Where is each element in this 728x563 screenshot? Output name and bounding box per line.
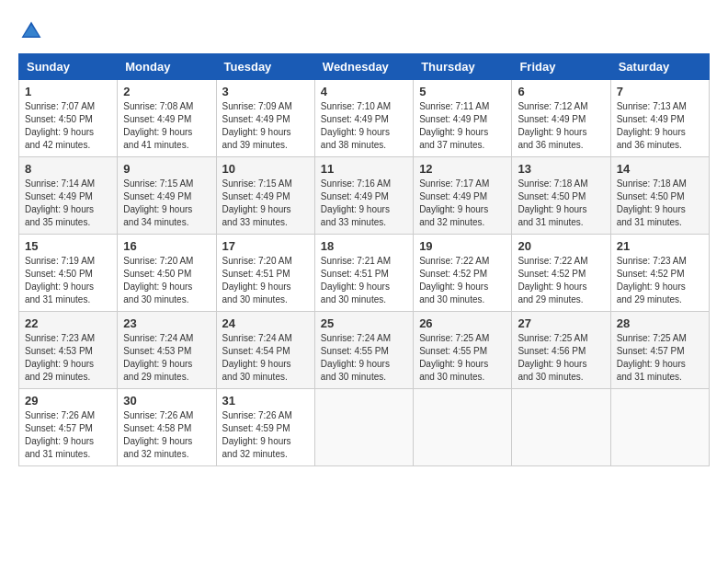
- day-info: Sunrise: 7:22 AM Sunset: 4:52 PM Dayligh…: [518, 255, 604, 306]
- day-info: Sunrise: 7:20 AM Sunset: 4:50 PM Dayligh…: [123, 255, 210, 306]
- calendar-day-cell: 2 Sunrise: 7:08 AM Sunset: 4:49 PM Dayli…: [118, 80, 216, 157]
- calendar-day-cell: [314, 389, 413, 466]
- day-number: 10: [222, 162, 309, 176]
- calendar-day-cell: [414, 389, 512, 466]
- day-number: 11: [321, 162, 407, 176]
- calendar-week-row: 22 Sunrise: 7:23 AM Sunset: 4:53 PM Dayl…: [19, 312, 710, 389]
- day-number: 27: [518, 316, 604, 330]
- calendar-day-cell: 1 Sunrise: 7:07 AM Sunset: 4:50 PM Dayli…: [19, 80, 118, 157]
- day-number: 4: [321, 85, 407, 98]
- day-info: Sunrise: 7:15 AM Sunset: 4:49 PM Dayligh…: [222, 178, 309, 229]
- day-info: Sunrise: 7:20 AM Sunset: 4:51 PM Dayligh…: [222, 255, 309, 306]
- logo: [18, 18, 48, 44]
- day-info: Sunrise: 7:24 AM Sunset: 4:53 PM Dayligh…: [123, 332, 210, 384]
- calendar-day-cell: 10 Sunrise: 7:15 AM Sunset: 4:49 PM Dayl…: [216, 157, 314, 235]
- day-info: Sunrise: 7:23 AM Sunset: 4:53 PM Dayligh…: [25, 332, 111, 384]
- day-number: 5: [419, 85, 506, 98]
- calendar-day-cell: 15 Sunrise: 7:19 AM Sunset: 4:50 PM Dayl…: [19, 235, 118, 312]
- day-info: Sunrise: 7:25 AM Sunset: 4:57 PM Dayligh…: [617, 332, 703, 384]
- weekday-header: Sunday: [19, 54, 118, 80]
- calendar-week-row: 1 Sunrise: 7:07 AM Sunset: 4:50 PM Dayli…: [19, 80, 710, 157]
- day-number: 29: [25, 394, 111, 408]
- day-number: 28: [617, 316, 703, 330]
- day-info: Sunrise: 7:24 AM Sunset: 4:54 PM Dayligh…: [222, 332, 309, 384]
- calendar-day-cell: 13 Sunrise: 7:18 AM Sunset: 4:50 PM Dayl…: [512, 157, 610, 235]
- day-info: Sunrise: 7:23 AM Sunset: 4:52 PM Dayligh…: [617, 255, 703, 306]
- day-number: 26: [419, 316, 506, 330]
- day-number: 13: [518, 162, 604, 176]
- calendar-day-cell: 19 Sunrise: 7:22 AM Sunset: 4:52 PM Dayl…: [414, 235, 512, 312]
- calendar-week-row: 8 Sunrise: 7:14 AM Sunset: 4:49 PM Dayli…: [19, 157, 710, 235]
- calendar-day-cell: 20 Sunrise: 7:22 AM Sunset: 4:52 PM Dayl…: [512, 235, 610, 312]
- calendar-day-cell: 4 Sunrise: 7:10 AM Sunset: 4:49 PM Dayli…: [314, 80, 413, 157]
- day-number: 2: [123, 85, 210, 98]
- calendar-day-cell: 7 Sunrise: 7:13 AM Sunset: 4:49 PM Dayli…: [610, 80, 709, 157]
- day-info: Sunrise: 7:13 AM Sunset: 4:49 PM Dayligh…: [617, 100, 703, 152]
- calendar-day-cell: [610, 389, 709, 466]
- day-info: Sunrise: 7:26 AM Sunset: 4:58 PM Dayligh…: [123, 409, 210, 461]
- day-number: 6: [518, 85, 604, 98]
- day-number: 25: [321, 316, 407, 330]
- weekday-header: Thursday: [414, 54, 512, 80]
- calendar-header-row: SundayMondayTuesdayWednesdayThursdayFrid…: [19, 54, 710, 80]
- day-number: 14: [617, 162, 703, 176]
- calendar-day-cell: 6 Sunrise: 7:12 AM Sunset: 4:49 PM Dayli…: [512, 80, 610, 157]
- day-number: 22: [25, 316, 111, 330]
- day-info: Sunrise: 7:12 AM Sunset: 4:49 PM Dayligh…: [518, 100, 604, 152]
- calendar-day-cell: 31 Sunrise: 7:26 AM Sunset: 4:59 PM Dayl…: [216, 389, 314, 466]
- day-number: 19: [419, 239, 506, 253]
- day-info: Sunrise: 7:07 AM Sunset: 4:50 PM Dayligh…: [25, 100, 111, 152]
- day-info: Sunrise: 7:25 AM Sunset: 4:55 PM Dayligh…: [419, 332, 506, 384]
- day-info: Sunrise: 7:15 AM Sunset: 4:49 PM Dayligh…: [123, 178, 210, 229]
- day-info: Sunrise: 7:18 AM Sunset: 4:50 PM Dayligh…: [518, 178, 604, 229]
- calendar-day-cell: 17 Sunrise: 7:20 AM Sunset: 4:51 PM Dayl…: [216, 235, 314, 312]
- day-number: 23: [123, 316, 210, 330]
- day-number: 30: [123, 394, 210, 408]
- weekday-header: Saturday: [610, 54, 709, 80]
- day-info: Sunrise: 7:17 AM Sunset: 4:49 PM Dayligh…: [419, 178, 506, 229]
- day-number: 18: [321, 239, 407, 253]
- logo-icon: [18, 18, 44, 44]
- calendar-day-cell: 26 Sunrise: 7:25 AM Sunset: 4:55 PM Dayl…: [414, 312, 512, 389]
- weekday-header: Monday: [118, 54, 216, 80]
- day-info: Sunrise: 7:16 AM Sunset: 4:49 PM Dayligh…: [321, 178, 407, 229]
- day-info: Sunrise: 7:21 AM Sunset: 4:51 PM Dayligh…: [321, 255, 407, 306]
- calendar-day-cell: 22 Sunrise: 7:23 AM Sunset: 4:53 PM Dayl…: [19, 312, 118, 389]
- day-info: Sunrise: 7:11 AM Sunset: 4:49 PM Dayligh…: [419, 100, 506, 152]
- weekday-header: Friday: [512, 54, 610, 80]
- day-number: 9: [123, 162, 210, 176]
- day-number: 24: [222, 316, 309, 330]
- calendar-day-cell: 5 Sunrise: 7:11 AM Sunset: 4:49 PM Dayli…: [414, 80, 512, 157]
- day-number: 7: [617, 85, 703, 98]
- calendar-day-cell: 8 Sunrise: 7:14 AM Sunset: 4:49 PM Dayli…: [19, 157, 118, 235]
- calendar-day-cell: 29 Sunrise: 7:26 AM Sunset: 4:57 PM Dayl…: [19, 389, 118, 466]
- day-info: Sunrise: 7:24 AM Sunset: 4:55 PM Dayligh…: [321, 332, 407, 384]
- day-number: 8: [25, 162, 111, 176]
- calendar-day-cell: 3 Sunrise: 7:09 AM Sunset: 4:49 PM Dayli…: [216, 80, 314, 157]
- day-info: Sunrise: 7:09 AM Sunset: 4:49 PM Dayligh…: [222, 100, 309, 152]
- calendar-day-cell: 24 Sunrise: 7:24 AM Sunset: 4:54 PM Dayl…: [216, 312, 314, 389]
- day-number: 17: [222, 239, 309, 253]
- calendar-day-cell: 9 Sunrise: 7:15 AM Sunset: 4:49 PM Dayli…: [118, 157, 216, 235]
- page-header: [18, 18, 710, 44]
- calendar-day-cell: 21 Sunrise: 7:23 AM Sunset: 4:52 PM Dayl…: [610, 235, 709, 312]
- calendar-day-cell: 16 Sunrise: 7:20 AM Sunset: 4:50 PM Dayl…: [118, 235, 216, 312]
- calendar-day-cell: [512, 389, 610, 466]
- calendar-day-cell: 28 Sunrise: 7:25 AM Sunset: 4:57 PM Dayl…: [610, 312, 709, 389]
- day-number: 31: [222, 394, 309, 408]
- day-number: 1: [25, 85, 111, 98]
- day-info: Sunrise: 7:19 AM Sunset: 4:50 PM Dayligh…: [25, 255, 111, 306]
- day-number: 21: [617, 239, 703, 253]
- weekday-header: Tuesday: [216, 54, 314, 80]
- day-number: 20: [518, 239, 604, 253]
- calendar-day-cell: 23 Sunrise: 7:24 AM Sunset: 4:53 PM Dayl…: [118, 312, 216, 389]
- calendar-day-cell: 14 Sunrise: 7:18 AM Sunset: 4:50 PM Dayl…: [610, 157, 709, 235]
- day-number: 3: [222, 85, 309, 98]
- calendar-week-row: 29 Sunrise: 7:26 AM Sunset: 4:57 PM Dayl…: [19, 389, 710, 466]
- day-info: Sunrise: 7:08 AM Sunset: 4:49 PM Dayligh…: [123, 100, 210, 152]
- day-number: 12: [419, 162, 506, 176]
- calendar-day-cell: 12 Sunrise: 7:17 AM Sunset: 4:49 PM Dayl…: [414, 157, 512, 235]
- calendar-week-row: 15 Sunrise: 7:19 AM Sunset: 4:50 PM Dayl…: [19, 235, 710, 312]
- calendar-table: SundayMondayTuesdayWednesdayThursdayFrid…: [18, 53, 710, 466]
- day-number: 15: [25, 239, 111, 253]
